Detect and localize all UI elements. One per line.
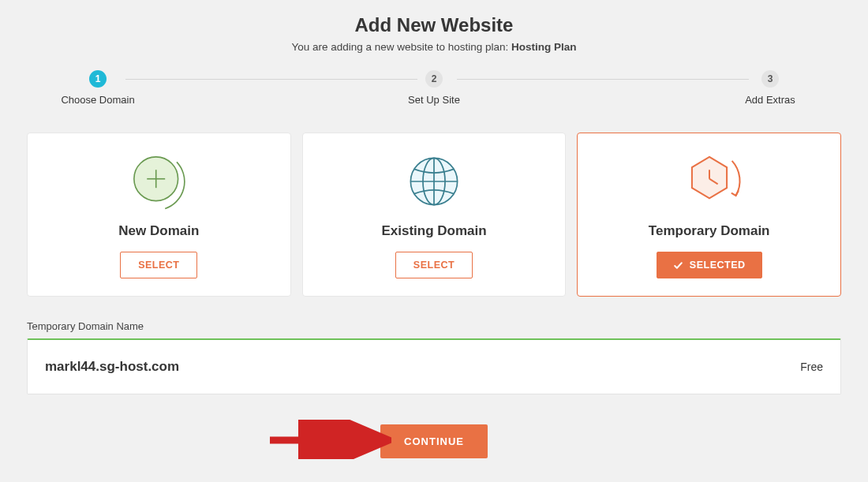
- globe-icon: [403, 151, 465, 212]
- plus-circle-icon: [126, 151, 191, 212]
- step-label: Choose Domain: [61, 94, 134, 106]
- domain-field-label: Temporary Domain Name: [27, 320, 841, 332]
- plan-name: Hosting Plan: [511, 41, 577, 53]
- stepper-line: [457, 79, 749, 80]
- page-subtitle: You are adding a new website to hosting …: [27, 41, 841, 53]
- subtitle-prefix: You are adding a new website to hosting …: [291, 41, 508, 53]
- stepper: 1 Choose Domain 2 Set Up Site 3 Add Extr…: [51, 70, 817, 106]
- card-temporary-domain[interactable]: Temporary Domain SELECTED: [577, 133, 841, 297]
- step-label: Add Extras: [745, 94, 795, 106]
- arrow-annotation-icon: [265, 420, 391, 459]
- step-add-extras[interactable]: 3 Add Extras: [723, 70, 817, 106]
- domain-option-cards: New Domain SELECT Existing Domain SELECT: [27, 133, 841, 297]
- selected-temporary-domain-button[interactable]: SELECTED: [657, 252, 762, 278]
- step-label: Set Up Site: [408, 94, 460, 106]
- check-icon: [673, 260, 683, 271]
- card-existing-domain[interactable]: Existing Domain SELECT: [302, 133, 567, 297]
- step-number: 3: [761, 70, 779, 88]
- step-choose-domain[interactable]: 1 Choose Domain: [51, 70, 145, 106]
- card-title: Temporary Domain: [649, 223, 770, 239]
- domain-name-value: markl44.sg-host.com: [45, 359, 179, 375]
- stepper-line: [125, 79, 417, 80]
- clock-hex-icon: [674, 151, 745, 212]
- footer: CONTINUE: [27, 424, 841, 458]
- select-new-domain-button[interactable]: SELECT: [120, 252, 197, 278]
- continue-button[interactable]: CONTINUE: [380, 424, 488, 458]
- temporary-domain-row: markl44.sg-host.com Free: [27, 338, 841, 394]
- select-existing-domain-button[interactable]: SELECT: [395, 252, 473, 278]
- card-new-domain[interactable]: New Domain SELECT: [27, 133, 291, 297]
- card-title: New Domain: [118, 223, 199, 239]
- step-number: 2: [425, 70, 443, 88]
- domain-price: Free: [800, 361, 823, 373]
- step-number: 1: [89, 70, 107, 88]
- selected-button-label: SELECTED: [690, 260, 746, 271]
- page-header: Add New Website You are adding a new web…: [27, 14, 841, 53]
- page-title: Add New Website: [27, 14, 841, 36]
- step-set-up-site[interactable]: 2 Set Up Site: [387, 70, 481, 106]
- card-title: Existing Domain: [381, 223, 486, 239]
